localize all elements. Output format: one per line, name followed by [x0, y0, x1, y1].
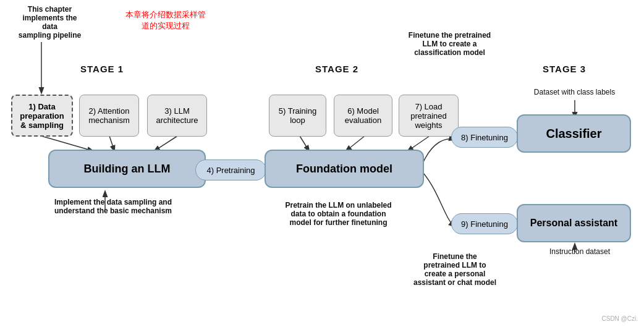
box-data-prep: 1) Datapreparation& sampling [11, 95, 73, 137]
box-personal-assistant: Personal assistant [517, 204, 631, 242]
chapter-note: This chapterimplements the datasampling … [17, 5, 82, 40]
diagram-container: { "title": "LLM Building Pipeline Diagra… [0, 0, 644, 327]
box-foundation-model: Foundation model [265, 150, 424, 188]
box-llm-arch: 3) LLMarchitecture [147, 95, 207, 137]
dataset-class-labels: Dataset with class labels [520, 88, 629, 96]
box-classifier: Classifier [517, 114, 631, 153]
pretrain-note: Pretrain the LLM on unlabeleddata to obt… [256, 201, 420, 227]
box-training-loop: 5) Trainingloop [269, 95, 326, 137]
box-attention: 2) Attentionmechanism [79, 95, 139, 137]
stage-1-label: Stage 1 [80, 64, 124, 74]
instruction-dataset-label: Instruction dataset [530, 247, 629, 256]
svg-line-3 [155, 136, 177, 151]
finetune-personal-note: Finetune thepretrained LLM tocreate a pe… [405, 252, 504, 287]
implement-note: Implement the data sampling andunderstan… [30, 198, 197, 215]
svg-line-7 [346, 136, 365, 151]
watermark: CSDN @Czi. [602, 315, 638, 322]
svg-line-6 [300, 136, 309, 151]
box-finetuning-8: 8) Finetuning [451, 127, 518, 148]
svg-line-2 [109, 136, 114, 151]
box-load-weights: 7) Loadpretrainedweights [399, 95, 459, 137]
box-pretraining: 4) Pretraining [195, 159, 266, 180]
box-finetuning-9: 9) Finetuning [451, 213, 518, 234]
box-model-eval: 6) Modelevaluation [334, 95, 392, 137]
svg-line-8 [408, 136, 430, 151]
chinese-note: 本章将介绍数据采样管道的实现过程 [121, 9, 210, 32]
stage-3-label: Stage 3 [543, 64, 586, 74]
svg-line-1 [41, 136, 93, 151]
stage-2-label: Stage 2 [315, 64, 358, 74]
finetune-classifier-note: Finetune the pretrainedLLM to create acl… [402, 31, 498, 57]
box-building-llm: Building an LLM [48, 150, 206, 188]
